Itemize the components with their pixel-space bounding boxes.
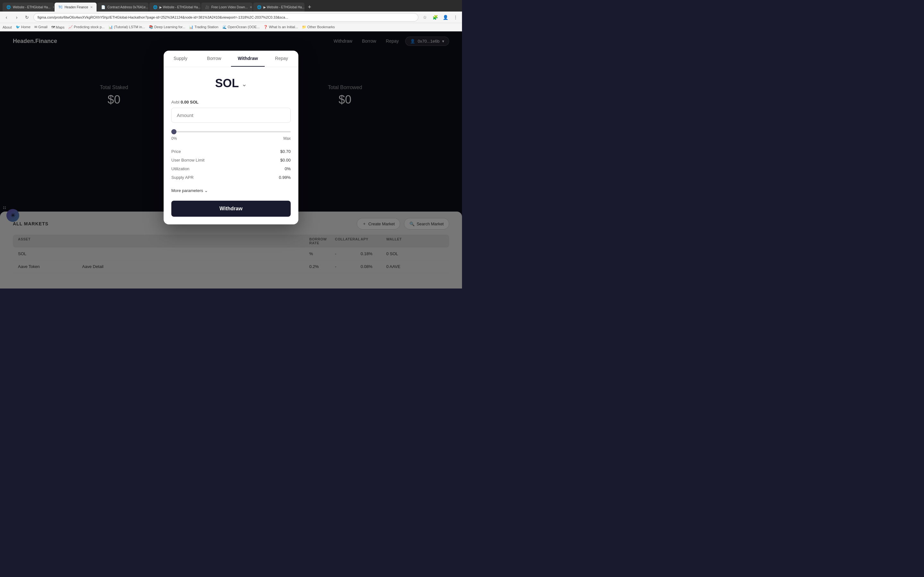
param-borrow-limit-label: User Borrow Limit: [171, 158, 204, 163]
address-bar[interactable]: figma.com/proto/6twO6s4wxXVkgROXhY5hjz/E…: [33, 13, 418, 21]
bookmark-openocean[interactable]: 🌊 OpenOcean (OOE...: [222, 25, 260, 29]
tab-2-label: Headen Finance: [65, 5, 88, 9]
back-button[interactable]: ‹: [3, 13, 10, 21]
app-background: Headen.Finance Withdraw Borrow Repay 👤 0…: [0, 31, 462, 288]
tab-5-close[interactable]: ✕: [250, 5, 252, 9]
tab-6-favicon: 🌐: [257, 5, 262, 9]
slider-labels: 0% Max: [171, 136, 291, 141]
tab-2-close[interactable]: ✕: [90, 5, 93, 9]
params-section: Price $0.70 User Borrow Limit $0.00 Util…: [171, 147, 291, 182]
avbl-value: 0.00 SOL: [181, 100, 199, 105]
withdraw-button[interactable]: Withdraw: [171, 201, 291, 217]
browser-tab-4[interactable]: 🌐 ▶ Website - ETHGlobal Ha... ✕: [149, 3, 200, 11]
amount-input[interactable]: [171, 108, 291, 123]
bookmark-button[interactable]: ☆: [421, 13, 429, 21]
browser-toolbar: ‹ › ↻ figma.com/proto/6twO6s4wxXVkgROXhY…: [0, 11, 462, 23]
tab-borrow[interactable]: Borrow: [197, 51, 231, 67]
bookmark-whatis[interactable]: ❓ What Is an Initial...: [263, 25, 298, 29]
bookmark-trading[interactable]: 📊 Trading Station: [189, 25, 218, 29]
avbl-label: Avbl: [171, 100, 179, 105]
param-utilization: Utilization 0%: [171, 164, 291, 173]
forward-button[interactable]: ›: [13, 13, 21, 21]
tab-1-close[interactable]: ✕: [53, 5, 54, 9]
tab-1-favicon: 🌐: [6, 5, 11, 9]
param-borrow-limit: User Borrow Limit $0.00: [171, 156, 291, 164]
extensions-button[interactable]: 🧩: [431, 13, 439, 21]
profile-button[interactable]: 👤: [441, 13, 449, 21]
param-utilization-label: Utilization: [171, 166, 189, 171]
tab-3-favicon: 📄: [101, 5, 105, 9]
slider-max-label: Max: [283, 136, 291, 141]
param-utilization-value: 0%: [284, 166, 291, 171]
token-selector[interactable]: SOL ⌄: [171, 77, 291, 90]
more-params-toggle[interactable]: More parameters ⌄: [171, 187, 291, 194]
tab-supply[interactable]: Supply: [164, 51, 197, 67]
param-borrow-limit-value: $0.00: [280, 158, 291, 163]
tab-5-favicon: 🎥: [205, 5, 210, 9]
bookmark-lstm[interactable]: 📊 (Tutorial) LSTM in...: [108, 25, 145, 29]
bookmark-stock[interactable]: 📈 Predicting stock p...: [68, 25, 105, 29]
slider-container: [171, 128, 291, 134]
tab-2-favicon: TC: [58, 5, 63, 9]
modal-body: SOL ⌄ Avbl 0.00 SOL 0% Max: [164, 67, 298, 224]
bookmark-deeplearning[interactable]: 📚 Deep Learning for...: [149, 25, 186, 29]
amount-slider[interactable]: [171, 131, 291, 132]
bookmarks-bar: About 🐦 Home ✉ Gmail 🗺 Maps 📈 Predicting…: [0, 23, 462, 31]
reload-button[interactable]: ↻: [23, 13, 31, 21]
chevron-down-icon: ⌄: [204, 188, 208, 193]
param-price: Price $0.70: [171, 147, 291, 156]
new-tab-button[interactable]: +: [305, 3, 314, 11]
menu-button[interactable]: ⋮: [452, 13, 459, 21]
more-params-label: More parameters: [171, 188, 203, 193]
modal-overlay[interactable]: Supply Borrow Withdraw Repay SOL ⌄ Avbl …: [0, 31, 462, 288]
tab-repay[interactable]: Repay: [265, 51, 298, 67]
slider-min-label: 0%: [171, 136, 177, 141]
param-price-label: Price: [171, 149, 181, 154]
browser-chrome: 🌐 Website - ETHGlobal Ha... ✕ TC Headen …: [0, 0, 462, 31]
bookmark-about[interactable]: About: [3, 25, 12, 29]
withdraw-modal: Supply Borrow Withdraw Repay SOL ⌄ Avbl …: [164, 51, 298, 224]
token-dropdown-icon: ⌄: [242, 80, 247, 88]
tab-3-label: Contract Address 0x76A1e...: [107, 5, 148, 9]
modal-tabs: Supply Borrow Withdraw Repay: [164, 51, 298, 67]
bookmark-other[interactable]: 📁 Other Bookmarks: [302, 25, 335, 29]
bookmark-gmail[interactable]: ✉ Gmail: [34, 25, 47, 29]
param-supply-apr-value: 0.99%: [279, 175, 291, 180]
browser-tabs: 🌐 Website - ETHGlobal Ha... ✕ TC Headen …: [0, 0, 462, 11]
tab-4-label: ▶ Website - ETHGlobal Ha...: [160, 5, 200, 9]
browser-tab-6[interactable]: 🌐 ▶ Website - ETHGlobal Ha... ✕: [253, 3, 304, 11]
param-supply-apr: Supply APR 0.99%: [171, 173, 291, 182]
token-name: SOL: [215, 77, 239, 90]
browser-tab-2[interactable]: TC Headen Finance ✕: [55, 3, 97, 11]
tab-1-label: Website - ETHGlobal Ha...: [13, 5, 51, 9]
browser-tab-3[interactable]: 📄 Contract Address 0x76A1e... ✕: [97, 3, 149, 11]
tab-6-label: ▶ Website - ETHGlobal Ha...: [263, 5, 304, 9]
address-bar-text: figma.com/proto/6twO6s4wxXVkgROXhY5hjz/E…: [37, 15, 288, 19]
browser-tab-5[interactable]: 🎥 Free Loom Video Down... ✕: [201, 3, 252, 11]
tab-withdraw[interactable]: Withdraw: [231, 51, 265, 67]
tab-5-label: Free Loom Video Down...: [212, 5, 248, 9]
tab-4-favicon: 🌐: [153, 5, 158, 9]
param-price-value: $0.70: [280, 149, 291, 154]
available-balance-row: Avbl 0.00 SOL: [171, 100, 291, 105]
bookmark-home[interactable]: 🐦 Home: [16, 25, 31, 29]
bookmark-maps[interactable]: 🗺 Maps: [51, 25, 65, 29]
param-supply-apr-label: Supply APR: [171, 175, 194, 180]
browser-tab-1[interactable]: 🌐 Website - ETHGlobal Ha... ✕: [3, 3, 54, 11]
